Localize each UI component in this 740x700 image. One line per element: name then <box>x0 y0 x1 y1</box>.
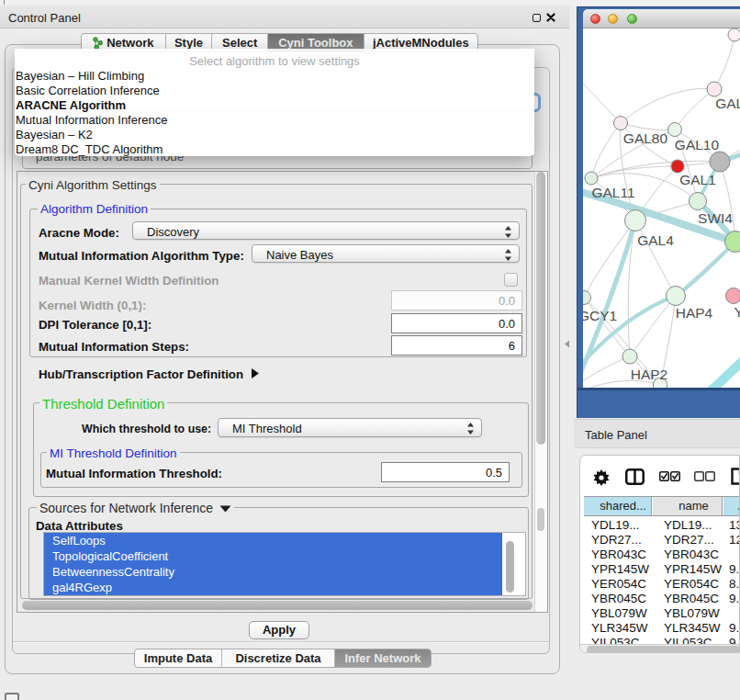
svg-text:GAL7: GAL7 <box>715 96 740 111</box>
svg-text:SWI4: SWI4 <box>698 210 733 226</box>
svg-text:YM: YM <box>734 304 740 320</box>
svg-text:HAP4: HAP4 <box>676 305 713 321</box>
svg-text:GAL4: GAL4 <box>637 232 674 248</box>
svg-text:GAL10: GAL10 <box>675 137 720 152</box>
svg-text:GAL80: GAL80 <box>623 130 668 146</box>
svg-text:HAP2: HAP2 <box>631 367 668 382</box>
svg-text:GAL1: GAL1 <box>679 172 716 187</box>
svg-text:GCY1: GCY1 <box>583 308 617 323</box>
svg-text:GAL11: GAL11 <box>591 185 634 200</box>
